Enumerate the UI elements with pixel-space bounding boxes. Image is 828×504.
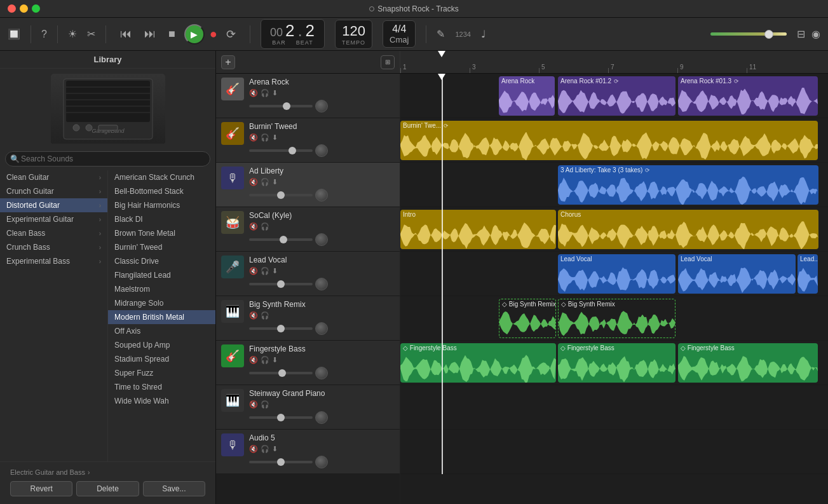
track-volume-slider[interactable] bbox=[249, 416, 313, 419]
mute-button[interactable]: 🔇 bbox=[249, 178, 258, 186]
track-pan-knob[interactable] bbox=[315, 100, 328, 112]
track-pan-knob[interactable] bbox=[315, 144, 328, 157]
library-category-item[interactable]: Clean Bass› bbox=[0, 226, 107, 240]
library-category-item[interactable]: Crunch Guitar› bbox=[0, 184, 107, 198]
play-button[interactable]: ▶ bbox=[184, 24, 205, 44]
track-header[interactable]: 🎹Steinway Grand Piano🔇🎧 bbox=[216, 385, 400, 430]
track-volume-slider[interactable] bbox=[249, 194, 313, 196]
time-signature-display[interactable]: 4/4 Cmaj bbox=[383, 20, 416, 48]
track-volume-slider[interactable] bbox=[249, 105, 313, 107]
clip[interactable]: Burnin' Twe...⟳ bbox=[400, 121, 818, 160]
stop-button[interactable]: ■ bbox=[165, 26, 179, 42]
library-category-item[interactable]: Crunch Bass› bbox=[0, 240, 107, 254]
track-header[interactable]: 🎙Audio 5🔇🎧⬇ bbox=[216, 430, 400, 474]
tempo-display[interactable]: 120 TEMPO bbox=[335, 20, 372, 49]
download-button[interactable]: ⬇ bbox=[272, 178, 278, 186]
library-sound-item[interactable]: Flangilated Lead bbox=[108, 268, 215, 282]
track-header[interactable]: 🎙Ad Liberty🔇🎧⬇ bbox=[216, 163, 400, 207]
track-pan-knob[interactable] bbox=[315, 411, 328, 424]
library-category-item[interactable]: Experimental Bass› bbox=[0, 254, 107, 268]
clip[interactable]: Arena Rock #01.3⟳ bbox=[678, 76, 818, 116]
mute-button[interactable]: 🔇 bbox=[249, 133, 258, 142]
library-category-item[interactable]: Clean Guitar› bbox=[0, 170, 107, 184]
track-volume-slider[interactable] bbox=[249, 283, 313, 285]
track-pan-knob[interactable] bbox=[315, 322, 328, 335]
track-header[interactable]: 🎸Burnin' Tweed🔇🎧⬇ bbox=[216, 118, 400, 163]
lcd-icon[interactable]: ☀ bbox=[68, 28, 77, 40]
track-volume-slider[interactable] bbox=[249, 238, 313, 241]
pencil-icon[interactable]: ✎ bbox=[437, 28, 445, 40]
track-volume-slider[interactable] bbox=[249, 372, 313, 374]
cycle-button[interactable]: ⟳ bbox=[222, 26, 240, 43]
track-header[interactable]: 🎤Lead Vocal🔇🎧⬇ bbox=[216, 252, 400, 296]
track-pan-knob[interactable] bbox=[315, 367, 328, 379]
clip[interactable]: ◇ Big Synth Remix bbox=[499, 299, 556, 338]
library-sound-item[interactable]: Big Hair Harmonics bbox=[108, 198, 215, 212]
fast-forward-button[interactable]: ⏭ bbox=[140, 26, 159, 42]
help-icon[interactable]: ? bbox=[41, 29, 47, 40]
track-volume-slider[interactable] bbox=[249, 461, 313, 463]
download-button[interactable]: ⬇ bbox=[272, 89, 278, 97]
revert-button[interactable]: Revert bbox=[10, 481, 72, 496]
library-category-item[interactable]: Distorted Guitar› bbox=[0, 198, 107, 212]
mute-button[interactable]: 🔇 bbox=[249, 311, 258, 320]
library-sound-item[interactable]: Black DI bbox=[108, 212, 215, 226]
tuner-icon[interactable]: ♩ bbox=[481, 28, 486, 40]
mute-button[interactable]: 🔇 bbox=[249, 222, 258, 231]
library-icon[interactable]: 🔲 bbox=[8, 28, 20, 40]
maximize-button[interactable] bbox=[32, 4, 40, 13]
download-button[interactable]: ⬇ bbox=[272, 356, 278, 364]
close-button[interactable] bbox=[8, 4, 16, 13]
headphones-button[interactable]: 🎧 bbox=[261, 311, 269, 320]
library-sound-item[interactable]: Super Fuzz bbox=[108, 366, 215, 380]
mute-button[interactable]: 🔇 bbox=[249, 356, 258, 364]
download-button[interactable]: ⬇ bbox=[272, 445, 278, 453]
clip[interactable]: ◇ Big Synth Remix bbox=[558, 299, 675, 338]
mute-button[interactable]: 🔇 bbox=[249, 267, 258, 275]
track-pan-knob[interactable] bbox=[315, 278, 328, 290]
headphones-button[interactable]: 🎧 bbox=[261, 356, 269, 364]
track-pan-knob[interactable] bbox=[315, 456, 328, 468]
library-sound-item[interactable]: Stadium Spread bbox=[108, 352, 215, 366]
track-header[interactable]: 🎸Fingerstyle Bass🔇🎧⬇ bbox=[216, 341, 400, 385]
library-sound-item[interactable]: Bell-Bottomed Stack bbox=[108, 184, 215, 198]
track-header[interactable]: 🥁SoCal (Kyle)🔇🎧 bbox=[216, 207, 400, 252]
clip[interactable]: Chorus bbox=[558, 210, 818, 249]
library-sound-item[interactable]: Time to Shred bbox=[108, 380, 215, 394]
download-button[interactable]: ⬇ bbox=[272, 133, 278, 142]
track-header[interactable]: 🎸Arena Rock🔇🎧⬇ bbox=[216, 74, 400, 118]
library-sound-item[interactable]: Burnin' Tweed bbox=[108, 240, 215, 254]
headphones-button[interactable]: 🎧 bbox=[261, 445, 269, 453]
library-sound-item[interactable]: Maelstrom bbox=[108, 282, 215, 296]
library-sound-item[interactable]: Modern British Metal bbox=[108, 310, 215, 324]
download-button[interactable]: ⬇ bbox=[272, 267, 278, 275]
track-options-button[interactable]: ⊞ bbox=[381, 55, 395, 69]
clip[interactable]: ◇ Fingerstyle Bass bbox=[400, 343, 556, 383]
library-sound-item[interactable]: Midrange Solo bbox=[108, 296, 215, 310]
headphones-button[interactable]: 🎧 bbox=[261, 222, 269, 231]
track-volume-slider[interactable] bbox=[249, 149, 313, 152]
clip[interactable]: Arena Rock #01.2⟳ bbox=[558, 76, 675, 116]
mute-button[interactable]: 🔇 bbox=[249, 89, 258, 97]
mute-button[interactable]: 🔇 bbox=[249, 400, 258, 409]
track-pan-knob[interactable] bbox=[315, 233, 328, 246]
headphones-icon[interactable]: ◉ bbox=[811, 28, 820, 40]
track-header[interactable]: 🎹Big Synth Remix🔇🎧 bbox=[216, 296, 400, 341]
scissors-icon[interactable]: ✂ bbox=[87, 28, 95, 40]
mute-button[interactable]: 🔇 bbox=[249, 445, 258, 453]
save-button[interactable]: Save... bbox=[143, 481, 205, 496]
track-pan-knob[interactable] bbox=[315, 189, 328, 201]
library-category-item[interactable]: Experimental Guitar› bbox=[0, 212, 107, 226]
library-sound-item[interactable]: American Stack Crunch bbox=[108, 170, 215, 184]
rewind-button[interactable]: ⏮ bbox=[116, 26, 135, 42]
library-sound-item[interactable]: Off Axis bbox=[108, 324, 215, 338]
library-sound-item[interactable]: Brown Tone Metal bbox=[108, 226, 215, 240]
add-track-button[interactable]: + bbox=[221, 55, 235, 69]
headphones-button[interactable]: 🎧 bbox=[261, 178, 269, 186]
headphones-button[interactable]: 🎧 bbox=[261, 133, 269, 142]
library-sound-item[interactable]: Classic Drive bbox=[108, 254, 215, 268]
volume-slider[interactable] bbox=[710, 32, 787, 36]
clip[interactable]: ◇ Fingerstyle Bass bbox=[558, 343, 675, 383]
clip[interactable]: ◇ Fingerstyle Bass bbox=[678, 343, 818, 383]
record-button[interactable]: ● bbox=[210, 27, 217, 41]
